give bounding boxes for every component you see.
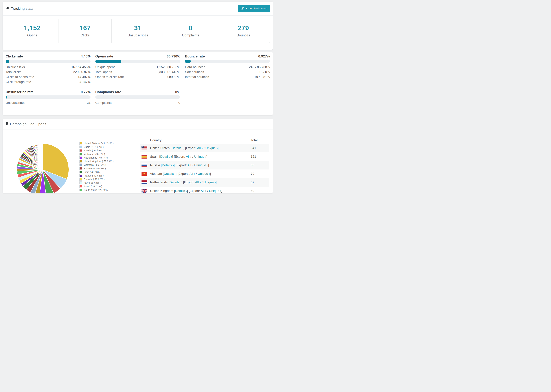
legend-item: Brazil ( 33 / 2% )	[80, 185, 114, 188]
legend-item: Russia ( 86 / 5% )	[80, 149, 114, 152]
legend-swatch	[80, 142, 82, 145]
column-header-total: Total	[251, 138, 258, 142]
export-unique-link[interactable]: Unique ›	[205, 146, 218, 150]
clicks-rate-title: Clicks rate	[6, 54, 23, 58]
legend-item: Italy ( 36 / 2% )	[80, 181, 114, 185]
complaints-rate-title: Complaints rate	[95, 90, 121, 94]
legend-item: South Africa ( 29 / 2% )	[80, 188, 114, 192]
legend-swatch	[80, 164, 82, 166]
bounce-rate-value: 6.927%	[258, 54, 270, 58]
metric-row: Clicks to opens rate14.497%	[6, 75, 91, 80]
legend-swatch	[80, 185, 82, 188]
opens-rate-title: Opens rate	[95, 54, 113, 58]
bounce-rate-progressbar	[185, 60, 270, 63]
stat-complaints-value: 0	[189, 24, 192, 32]
unsubscribe-rate-title: Unsubscribe rate	[6, 90, 34, 94]
stat-bounces-value: 279	[238, 24, 249, 32]
map-pin-icon	[6, 122, 8, 126]
stat-unsubscribes: 31 Unsubscribes	[111, 19, 164, 43]
geo-title: Campaign Geo Opens	[6, 122, 46, 126]
export-unique-link[interactable]: Unique ›	[204, 181, 216, 184]
export-unique-link[interactable]: Unique ›	[198, 172, 210, 175]
legend-swatch	[80, 146, 82, 148]
export-all-link[interactable]: All ›	[186, 155, 191, 158]
export-icon	[241, 7, 244, 10]
legend-item: Spain ( 121 / 7% )	[80, 145, 114, 149]
unsubscribe-rate-section: Unsubscribe rate 0.77% Unsubscribes31	[6, 90, 91, 106]
table-row-russia: Russia [Details ›] [Export: All › / Uniq…	[140, 161, 269, 169]
table-row-spain: Spain [Details ›] [Export: All › / Uniqu…	[140, 152, 269, 161]
export-all-link[interactable]: All ›	[190, 172, 195, 175]
stat-clicks: 167 Clicks	[58, 19, 111, 43]
legend-item: United States ( 541 / 31% )	[80, 141, 114, 145]
legend-swatch	[80, 149, 82, 152]
details-link[interactable]: Details ›	[164, 172, 176, 175]
complaints-rate-section: Complaints rate 0% Complaints0	[95, 90, 180, 106]
unsubscribe-rate-progressbar	[6, 95, 91, 99]
legend-swatch	[80, 171, 82, 173]
table-row-united-kingdom: United Kingdom [Details ›] [Export: All …	[140, 187, 269, 193]
geo-opens-table: Country Total United States [Details ›] …	[140, 136, 269, 193]
clicks-rate-section: Clicks rate 4.46% Unique clicks167 / 4.4…	[6, 54, 91, 85]
legend-item: India ( 46 / 3% )	[80, 170, 114, 174]
geo-header: Campaign Geo Opens	[3, 119, 273, 129]
metric-row: Hard bounces242 / 86.738%	[185, 65, 270, 70]
total-value: 86	[251, 161, 254, 169]
details-link[interactable]: Details ›	[175, 189, 187, 193]
export-unique-link[interactable]: Unique ›	[196, 163, 208, 167]
clicks-rate-progressbar	[6, 60, 91, 63]
stat-clicks-value: 167	[80, 24, 91, 32]
legend-item: United Kingdom ( 59 / 3% )	[80, 159, 114, 163]
tracking-stats-header: Tracking stats Export basic stats	[3, 2, 273, 15]
legend-swatch	[80, 182, 82, 184]
bounce-rate-title: Bounce rate	[185, 54, 205, 58]
details-link[interactable]: Details ›	[160, 155, 172, 158]
export-all-link[interactable]: All ›	[197, 146, 203, 150]
export-all-link[interactable]: All ›	[188, 163, 193, 167]
details-link[interactable]: Details ›	[170, 181, 181, 184]
metric-row: Click through rate4.147%	[6, 80, 91, 85]
bar-chart-icon	[6, 6, 9, 11]
stat-clicks-label: Clicks	[80, 33, 90, 37]
table-row-united-states: United States [Details ›] [Export: All ›…	[140, 144, 269, 152]
metric-row: Total opens2,303 / 61.446%	[95, 70, 180, 75]
stat-bounces: 279 Bounces	[217, 19, 270, 43]
stat-complaints: 0 Complaints	[164, 19, 217, 43]
pie-legend: United States ( 541 / 31% ) Spain ( 121 …	[80, 141, 114, 192]
export-unique-link[interactable]: Unique ›	[194, 155, 206, 158]
metric-row: Total clicks220 / 5.87%	[6, 70, 91, 75]
legend-item: Canada ( 40 / 2% )	[80, 177, 114, 181]
opens-rate-progressbar	[95, 60, 180, 63]
campaign-geo-opens-panel: Campaign Geo Opens United States ( 541 /…	[3, 119, 273, 193]
unsubscribe-rate-value: 0.77%	[81, 90, 91, 94]
export-unique-link[interactable]: Unique ›	[209, 189, 221, 193]
total-value: 79	[251, 169, 254, 178]
geo-opens-pie-chart	[14, 141, 71, 193]
flag-russia-icon	[141, 163, 147, 167]
opens-rate-value: 30.736%	[167, 54, 180, 58]
table-row-netherlands: Netherlands [Details ›] [Export: All › /…	[140, 178, 269, 187]
export-all-link[interactable]: All ›	[195, 181, 201, 184]
rates-panel: Clicks rate 4.46% Unique clicks167 / 4.4…	[3, 52, 273, 115]
column-header-country: Country	[150, 138, 162, 142]
details-link[interactable]: Details ›	[162, 163, 174, 167]
stat-complaints-label: Complaints	[182, 33, 199, 37]
metric-row: Internal bounces19 / 6.81%	[185, 75, 270, 80]
stats-summary-strip: 1,152 Opens 167 Clicks 31 Unsubscribes 0…	[6, 19, 270, 43]
details-link[interactable]: Details ›	[171, 146, 184, 150]
stat-opens-label: Opens	[27, 33, 37, 37]
export-basic-stats-button[interactable]: Export basic stats	[238, 5, 270, 12]
legend-swatch	[80, 156, 82, 159]
flag-united-kingdom-icon	[141, 189, 147, 193]
metric-row: Unique opens1,152 / 30.736%	[95, 65, 180, 70]
legend-swatch	[80, 153, 82, 155]
complaints-rate-value: 0%	[175, 90, 180, 94]
complaints-rate-progressbar	[95, 95, 180, 99]
flag-vietnam-icon	[141, 172, 147, 176]
metric-row: Unique clicks167 / 4.456%	[6, 65, 91, 70]
legend-item: Germany ( 55 / 3% )	[80, 163, 114, 167]
bounce-rate-section: Bounce rate 6.927% Hard bounces242 / 86.…	[185, 54, 270, 85]
legend-swatch	[80, 178, 82, 181]
export-all-link[interactable]: All ›	[201, 189, 206, 193]
flag-netherlands-icon	[141, 181, 147, 184]
